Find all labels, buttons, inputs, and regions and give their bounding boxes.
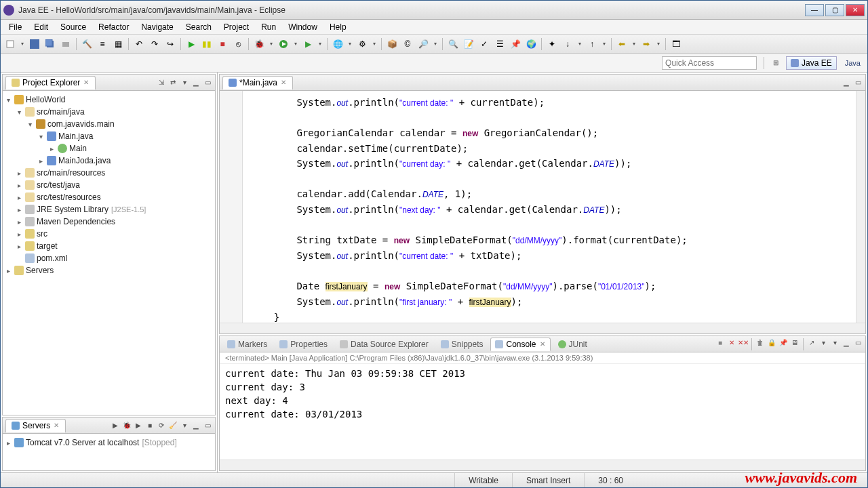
prev-ann-dropdown[interactable]: ▾ <box>601 37 608 51</box>
overview-ruler[interactable] <box>856 91 865 323</box>
minimize-view-button[interactable]: ▁ <box>842 338 851 348</box>
new-dropdown[interactable]: ▾ <box>19 37 26 51</box>
fwd-button[interactable]: ➡ <box>639 37 653 51</box>
undo-button[interactable]: ↶ <box>132 37 146 51</box>
prev-edit-button[interactable]: ✦ <box>545 37 559 51</box>
close-icon[interactable]: ✕ <box>280 79 287 86</box>
menu-run[interactable]: Run <box>256 21 281 33</box>
server-start-button[interactable]: ▶ <box>111 421 120 430</box>
server-dropdown[interactable]: ▾ <box>347 37 353 51</box>
prev-ann-button[interactable]: ↑ <box>585 37 599 51</box>
tab-console[interactable]: Console✕ <box>490 338 550 351</box>
run-button[interactable] <box>277 37 290 51</box>
console-select-button[interactable]: ▾ <box>818 338 828 348</box>
debug-button[interactable]: 🐞 <box>252 37 266 51</box>
maximize-view-button[interactable]: ▭ <box>203 78 212 87</box>
maximize-view-button[interactable]: ▭ <box>203 421 212 430</box>
maximize-button[interactable]: ▢ <box>825 4 844 16</box>
console-remove-all-button[interactable]: ✕✕ <box>738 338 748 348</box>
server-publish-button[interactable]: ⟳ <box>157 421 166 430</box>
tab-snippets[interactable]: Snippets <box>436 338 488 351</box>
close-icon[interactable]: ✕ <box>83 79 90 86</box>
redo-button[interactable]: ↷ <box>148 37 161 51</box>
new-package-button[interactable]: 📦 <box>385 37 399 51</box>
run-last-button[interactable]: ▶ <box>301 37 315 51</box>
close-icon[interactable]: ✕ <box>53 422 60 429</box>
tab-junit[interactable]: JUnit <box>553 338 592 351</box>
tab-dse[interactable]: Data Source Explorer <box>335 338 433 351</box>
server-stop-button[interactable]: ■ <box>145 421 155 430</box>
save-all-button[interactable] <box>43 37 57 51</box>
pin-button[interactable]: 📌 <box>509 37 522 51</box>
minimize-view-button[interactable]: ▁ <box>191 421 201 430</box>
suspend-button[interactable]: ▮▮ <box>200 37 214 51</box>
close-icon[interactable]: ✕ <box>539 341 546 348</box>
ext-tools-dropdown[interactable]: ▾ <box>371 37 378 51</box>
editor-hscroll[interactable] <box>220 323 865 333</box>
build-button[interactable]: 🔨 <box>80 37 94 51</box>
menu-help[interactable]: Help <box>324 21 352 33</box>
project-explorer-tab[interactable]: Project Explorer ✕ <box>5 76 96 89</box>
annotation-button[interactable]: 📝 <box>462 37 475 51</box>
servers-list[interactable]: ▸Tomcat v7.0 Server at localhost[Stopped… <box>3 434 215 470</box>
editor-gutter[interactable] <box>220 91 243 323</box>
tab-markers[interactable]: Markers <box>222 338 272 351</box>
link-editor-button[interactable]: ⇄ <box>168 78 178 87</box>
perspective-javaee[interactable]: Java EE <box>786 56 837 70</box>
minimize-button[interactable]: — <box>805 4 824 16</box>
terminate-button[interactable]: ■ <box>216 37 229 51</box>
minimize-view-button[interactable]: ▁ <box>191 78 201 87</box>
menu-source[interactable]: Source <box>55 21 92 33</box>
back-button[interactable]: ⬅ <box>615 37 629 51</box>
new-button[interactable] <box>3 37 17 51</box>
close-button[interactable]: ✕ <box>846 4 865 16</box>
fwd-dropdown[interactable]: ▾ <box>655 37 662 51</box>
new-class-button[interactable]: © <box>401 37 414 51</box>
menu-navigate[interactable]: Navigate <box>136 21 178 33</box>
console-display-button[interactable]: 🖥 <box>790 338 800 348</box>
view-menu-button[interactable]: ▾ <box>180 421 189 430</box>
minimize-editor-button[interactable]: ▁ <box>842 78 851 87</box>
menu-refactor[interactable]: Refactor <box>93 21 134 33</box>
next-ann-dropdown[interactable]: ▾ <box>576 37 583 51</box>
forward-button[interactable]: ↪ <box>163 37 177 51</box>
run-last-dropdown[interactable]: ▾ <box>317 37 323 51</box>
tab-properties[interactable]: Properties <box>275 338 332 351</box>
console-open-button[interactable]: ↗ <box>807 338 816 348</box>
save-button[interactable] <box>28 37 41 51</box>
open-perspective-button[interactable]: ⊞ <box>771 58 781 68</box>
server-profile-button[interactable]: ▶ <box>134 421 143 430</box>
server-debug-button[interactable]: 🐞 <box>122 421 132 430</box>
project-tree[interactable]: ▾HelloWorld ▾src/main/java ▾com.javavids… <box>3 91 215 415</box>
menu-file[interactable]: File <box>3 21 27 33</box>
editor-tab-main[interactable]: *Main.java ✕ <box>222 76 293 89</box>
quick-access-input[interactable] <box>662 56 757 70</box>
next-ann-button[interactable]: ↓ <box>561 37 574 51</box>
console-new-button[interactable]: ▾ <box>830 338 840 348</box>
console-pin-button[interactable]: 📌 <box>778 338 788 348</box>
perspective-button[interactable]: 🗔 <box>669 37 683 51</box>
menu-window[interactable]: Window <box>283 21 323 33</box>
resume-button[interactable]: ▶ <box>184 37 198 51</box>
back-dropdown[interactable]: ▾ <box>631 37 637 51</box>
toggle-mark-button[interactable]: ≡ <box>96 37 109 51</box>
code-editor[interactable]: System.out.println("current date: " + cu… <box>243 91 856 323</box>
console-remove-button[interactable]: ✕ <box>727 338 736 348</box>
collapse-all-button[interactable]: ⇲ <box>157 78 166 87</box>
run-dropdown[interactable]: ▾ <box>292 37 299 51</box>
perspective-java[interactable]: Java <box>842 59 863 67</box>
open-type-button[interactable]: 🔎 <box>416 37 430 51</box>
console-scroll-lock-button[interactable]: 🔒 <box>767 338 776 348</box>
web-button[interactable]: 🌍 <box>524 37 538 51</box>
servers-tab[interactable]: Servers ✕ <box>5 419 66 432</box>
new-server-button[interactable]: 🌐 <box>331 37 344 51</box>
search-button[interactable]: 🔍 <box>446 37 460 51</box>
console-output[interactable]: current date: Thu Jan 03 09:59:38 CET 20… <box>220 364 865 460</box>
menu-project[interactable]: Project <box>218 21 254 33</box>
ext-tools-button[interactable]: ⚙ <box>355 37 369 51</box>
server-clean-button[interactable]: 🧹 <box>168 421 178 430</box>
console-terminate-button[interactable]: ■ <box>715 338 725 348</box>
block-select-button[interactable]: ▦ <box>111 37 125 51</box>
menu-edit[interactable]: Edit <box>28 21 54 33</box>
maximize-view-button[interactable]: ▭ <box>853 338 863 348</box>
